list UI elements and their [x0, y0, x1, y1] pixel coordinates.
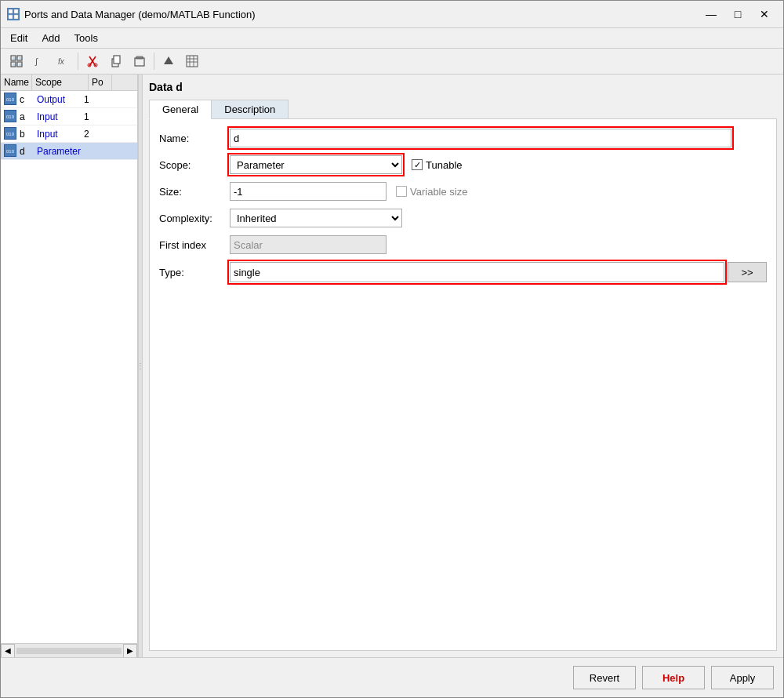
menu-tools[interactable]: Tools [68, 30, 104, 46]
first-index-label: First index [159, 239, 230, 251]
svg-text:01: 01 [13, 56, 17, 60]
svg-rect-23 [187, 56, 198, 67]
svg-text:010: 010 [6, 97, 15, 102]
variable-size-label[interactable]: Variable size [396, 186, 467, 198]
scroll-right-arrow[interactable]: ▶ [123, 644, 137, 658]
tab-description[interactable]: Description [211, 100, 289, 119]
tab-general[interactable]: General [149, 100, 212, 119]
size-label: Size: [159, 186, 230, 198]
port-icon: 010 [4, 127, 16, 140]
name-input[interactable] [230, 129, 731, 147]
complexity-select[interactable]: Inherited Real Complex [230, 209, 402, 227]
svg-rect-0 [9, 9, 13, 13]
table-body: 010 c Output 1 010 [1, 91, 137, 643]
port-icon: 010 [4, 110, 16, 122]
svg-rect-2 [9, 15, 13, 19]
row-port-b: 2 [81, 127, 103, 141]
row-scope-d: Parameter [34, 144, 81, 158]
scroll-track[interactable] [16, 648, 122, 654]
name-row: Name: [159, 129, 767, 147]
minimize-button[interactable]: — [699, 5, 724, 23]
revert-button[interactable]: Revert [573, 666, 636, 689]
port-icon: 010 [4, 93, 16, 105]
type-row: Type: >> [159, 262, 767, 282]
complexity-row: Complexity: Inherited Real Complex [159, 209, 767, 227]
svg-text:01: 01 [20, 56, 24, 60]
right-panel: Data d General Description Name: Scope: [143, 75, 783, 657]
svg-text:fx: fx [58, 57, 65, 66]
type-expand-button[interactable]: >> [728, 262, 767, 282]
window-icon [7, 8, 20, 20]
title-bar-left: Ports and Data Manager (demo/MATLAB Func… [7, 8, 256, 20]
title-bar: Ports and Data Manager (demo/MATLAB Func… [1, 1, 783, 28]
bottom-bar: Revert Help Apply [1, 657, 783, 697]
up-toolbar-btn[interactable] [158, 51, 180, 71]
menu-bar: Edit Add Tools [1, 28, 783, 49]
toolbar-separator-1 [78, 53, 78, 70]
col-name-header: Name [1, 75, 32, 90]
tunable-label[interactable]: Tunable [412, 159, 463, 171]
scope-label: Scope: [159, 159, 230, 171]
col-scope-header: Scope [32, 75, 89, 90]
svg-text:∫: ∫ [34, 56, 38, 67]
svg-marker-22 [164, 56, 173, 64]
row-icon-c: 010 [1, 91, 16, 107]
table-header: Name Scope Po [1, 75, 137, 91]
size-input[interactable] [230, 182, 387, 201]
scope-row: Scope: Parameter Input Output Local Tuna… [159, 155, 767, 174]
row-name-c: c [16, 93, 34, 107]
variable-size-text: Variable size [410, 186, 467, 198]
window-title: Ports and Data Manager (demo/MATLAB Func… [24, 9, 256, 20]
paste-toolbar-btn[interactable] [129, 51, 151, 71]
table-toolbar-btn[interactable] [181, 51, 203, 71]
copy-toolbar-btn[interactable] [105, 51, 127, 71]
function-toolbar-btn[interactable]: ∫ [29, 51, 51, 71]
row-icon-b: 010 [1, 125, 16, 142]
tunable-text: Tunable [426, 159, 463, 171]
tunable-checkbox[interactable] [412, 159, 423, 170]
row-port-a: 1 [81, 110, 103, 124]
main-window: Ports and Data Manager (demo/MATLAB Func… [0, 0, 784, 698]
left-panel: Name Scope Po 010 c Output 1 [1, 75, 138, 657]
row-scope-b: Input [34, 127, 81, 141]
variable-size-checkbox[interactable] [396, 186, 407, 197]
first-index-input [230, 235, 387, 254]
maximize-button[interactable]: □ [725, 5, 750, 23]
close-button[interactable]: ✕ [752, 5, 777, 23]
svg-text:010: 010 [6, 149, 15, 154]
title-controls: — □ ✕ [699, 5, 777, 23]
row-scope-c: Output [34, 93, 81, 107]
main-content: Name Scope Po 010 c Output 1 [1, 75, 783, 657]
table-row[interactable]: 010 d Parameter [1, 143, 137, 160]
row-icon-a: 010 [1, 108, 16, 125]
tab-bar: General Description [149, 100, 777, 119]
grid-toolbar-btn[interactable]: 01 01 01 01 [5, 51, 27, 71]
cut-toolbar-btn[interactable] [82, 51, 103, 71]
table-row[interactable]: 010 c Output 1 [1, 91, 137, 108]
scope-select[interactable]: Parameter Input Output Local [230, 155, 402, 174]
svg-rect-19 [114, 56, 120, 64]
help-button[interactable]: Help [642, 666, 705, 689]
size-row: Size: Variable size [159, 182, 767, 201]
svg-rect-21 [135, 58, 144, 66]
row-name-d: d [16, 144, 34, 158]
scroll-left-arrow[interactable]: ◀ [1, 644, 15, 658]
table-row[interactable]: 010 b Input 2 [1, 125, 137, 143]
row-icon-d: 010 [1, 143, 16, 159]
complexity-label: Complexity: [159, 213, 230, 224]
left-scroll: ◀ ▶ [1, 643, 137, 657]
type-input[interactable] [230, 262, 724, 282]
svg-rect-3 [14, 15, 18, 19]
col-port-header: Po [89, 75, 112, 90]
row-name-a: a [16, 110, 34, 124]
row-port-d [81, 150, 103, 153]
type-label: Type: [159, 267, 230, 278]
svg-text:010: 010 [6, 115, 15, 119]
table-row[interactable]: 010 a Input 1 [1, 108, 137, 125]
menu-edit[interactable]: Edit [4, 30, 34, 46]
svg-text:01: 01 [20, 63, 24, 67]
fx-toolbar-btn[interactable]: fx [53, 51, 74, 71]
apply-button[interactable]: Apply [711, 666, 774, 689]
toolbar-separator-2 [154, 53, 154, 70]
menu-add[interactable]: Add [35, 30, 66, 46]
